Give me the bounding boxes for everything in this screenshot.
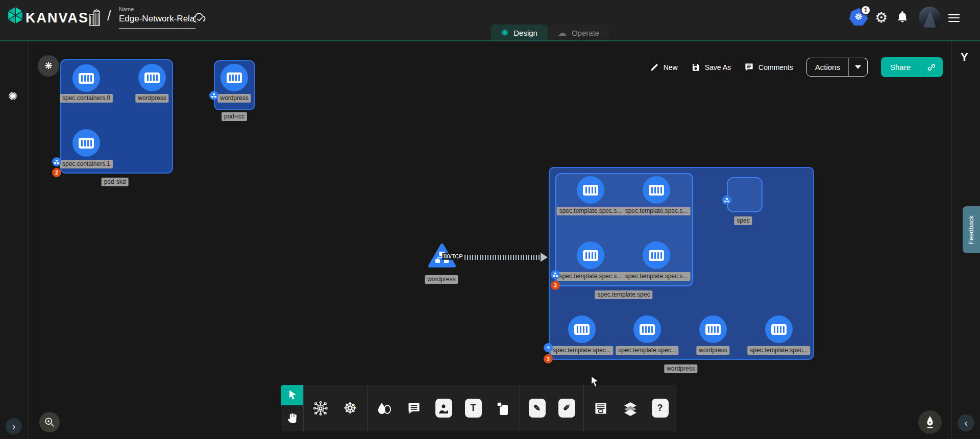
collapse-right-panel-button[interactable]: ‹: [958, 414, 974, 431]
header-divider: [0, 40, 980, 41]
issue-count-badge[interactable]: 2: [52, 168, 61, 177]
node-pod-2[interactable]: [699, 315, 727, 343]
node-wordpress-pod-rcc[interactable]: [220, 64, 248, 91]
subgroup-label: spec.template.spec: [595, 290, 652, 299]
node-template-container-0[interactable]: [577, 176, 604, 204]
pen-ruler-icon: ✎: [529, 399, 546, 418]
node-template-container-2[interactable]: [577, 241, 604, 269]
expand-left-panel-button[interactable]: ›: [6, 418, 22, 434]
image-icon: [435, 399, 452, 418]
node-label: spec.template.spec...: [550, 346, 613, 355]
chevron-right-icon: ›: [12, 421, 16, 432]
archive-tool-button[interactable]: [586, 385, 616, 431]
actions-caret[interactable]: [848, 58, 867, 76]
node-pod-0[interactable]: [568, 315, 596, 343]
edit-pen-tool-button[interactable]: ✎: [522, 385, 552, 431]
container-icon: [649, 250, 664, 261]
meshery-spiral-icon[interactable]: ✺: [8, 90, 17, 103]
rack-badge-icon[interactable]: [209, 91, 218, 100]
feedback-tab[interactable]: Feedback: [963, 206, 980, 253]
mode-tabs: ✺ Design ☁ Operate: [491, 25, 609, 41]
copy-link-segment[interactable]: [920, 57, 943, 77]
edge-arrowhead: [541, 253, 548, 262]
container-icon: [79, 138, 94, 149]
media-tool-button[interactable]: [429, 385, 458, 431]
container-icon: [649, 185, 664, 196]
sticky-note-icon: [496, 401, 510, 416]
canvas-actions-bar: New Save As Comments Actions Share: [650, 57, 943, 77]
node-label: wordpress: [696, 346, 729, 355]
share-button[interactable]: Share: [881, 57, 943, 77]
pan-tool-button[interactable]: [281, 405, 303, 431]
save-as-button[interactable]: Save As: [691, 63, 731, 72]
edge-service-to-deployment[interactable]: [454, 255, 542, 260]
group-spec-template-spec[interactable]: [555, 173, 693, 286]
user-avatar[interactable]: [919, 7, 941, 29]
container-icon: [79, 73, 94, 84]
save-icon: [691, 63, 700, 72]
app-header: KANVAS / Name ✺ Design ☁ Operate: [0, 0, 980, 40]
node-wordpress-pod-skd[interactable]: [138, 64, 166, 91]
node-template-container-1[interactable]: [643, 176, 670, 204]
magnifier-plus-icon: [44, 417, 55, 428]
node-template-container-3[interactable]: [643, 241, 670, 269]
node-label: spec.template.spec.s...: [557, 272, 625, 281]
components-tool-button[interactable]: [306, 385, 335, 431]
node-spec-containers-0[interactable]: [72, 64, 100, 92]
rack-badge-icon[interactable]: [551, 270, 560, 279]
tab-design[interactable]: ✺ Design: [491, 25, 548, 41]
new-button[interactable]: New: [650, 63, 678, 72]
select-tool-button[interactable]: [281, 385, 303, 405]
tab-design-label: Design: [513, 29, 537, 37]
node-pod-3[interactable]: [765, 315, 793, 343]
node-pod-1[interactable]: [633, 315, 661, 343]
freehand-tool-button[interactable]: ✐: [552, 385, 581, 431]
settings-gear-icon[interactable]: ⚙: [875, 9, 888, 26]
issue-count-badge[interactable]: 3: [551, 281, 560, 290]
container-icon: [640, 324, 655, 335]
layers-tool-button[interactable]: [616, 385, 645, 431]
node-label: wordpress: [217, 94, 251, 103]
container-icon: [227, 72, 242, 83]
container-icon: [583, 250, 598, 261]
comments-label: Comments: [758, 63, 793, 71]
kubernetes-tool-button[interactable]: ☸: [335, 385, 365, 431]
zoom-in-button[interactable]: [39, 412, 60, 432]
ink-pen-button[interactable]: [918, 410, 942, 434]
dock-seg-misc: ?: [583, 385, 677, 431]
notifications-bell-icon[interactable]: [896, 10, 909, 25]
rack-badge-icon[interactable]: [722, 196, 731, 205]
edge-port-label: 80/TCP: [442, 253, 464, 260]
group-label: pod-skd: [102, 178, 129, 186]
canvas-config-gear-icon[interactable]: ❋: [38, 55, 59, 77]
comment-tool-button[interactable]: [399, 385, 429, 431]
service-label: wordpress: [425, 275, 458, 284]
tab-operate[interactable]: ☁ Operate: [548, 25, 609, 41]
dock-seg-draw: ✎ ✐: [520, 385, 583, 431]
spec-label: spec: [734, 216, 752, 225]
text-tool-button[interactable]: T: [458, 385, 488, 431]
dock-seg-annotate: T: [367, 385, 520, 431]
rack-badge-icon[interactable]: [52, 157, 61, 166]
node-spec-empty[interactable]: [727, 177, 763, 212]
menu-hamburger-icon[interactable]: [948, 14, 960, 22]
note-tool-button[interactable]: [488, 385, 518, 431]
kanvas-logo-icon[interactable]: [7, 6, 24, 27]
pen-nib-icon: [924, 416, 936, 429]
cursor-icon: [287, 389, 298, 401]
help-tool-button[interactable]: ?: [645, 385, 675, 431]
circuit-icon: [313, 401, 328, 416]
mouse-cursor: [590, 376, 601, 388]
meshery-spiral-badge-icon[interactable]: ✳: [544, 343, 553, 352]
shapes-dock-y-icon[interactable]: Y: [961, 51, 968, 64]
actions-dropdown-button[interactable]: Actions: [806, 58, 868, 77]
container-icon: [583, 185, 598, 196]
design-name-input[interactable]: [119, 14, 195, 29]
node-spec-containers-1[interactable]: [72, 129, 100, 157]
shapes-tool-button[interactable]: [370, 385, 399, 431]
kubernetes-wheel-icon: ☸: [344, 401, 357, 416]
organization-icon[interactable]: [88, 9, 101, 27]
issue-count-badge[interactable]: 3: [544, 354, 553, 363]
comments-button[interactable]: Comments: [744, 62, 793, 72]
breadcrumb-slash: /: [107, 8, 111, 24]
